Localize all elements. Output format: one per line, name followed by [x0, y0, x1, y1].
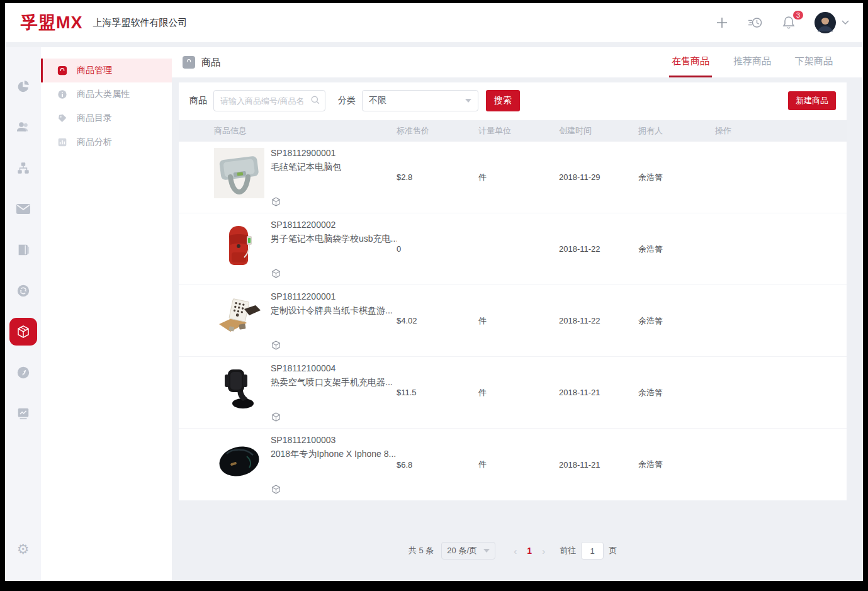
- top-bar: 孚盟MX 上海孚盟软件有限公司 3: [5, 3, 863, 42]
- product-sku: SP18112200001: [271, 291, 397, 301]
- next-page-button[interactable]: ›: [536, 546, 551, 556]
- column-header: 计量单位: [478, 125, 559, 137]
- column-header: 操作: [715, 125, 847, 137]
- product-name[interactable]: 男子笔记本电脑袋学校usb充电...: [271, 234, 397, 245]
- total-count: 共 5 条: [409, 545, 434, 556]
- caret-down-icon: [465, 99, 471, 103]
- nav-org[interactable]: [9, 154, 37, 182]
- mail-icon: [16, 203, 31, 215]
- chevron-down-icon: [842, 20, 849, 25]
- add-button[interactable]: [714, 14, 730, 31]
- product-price: $6.8: [397, 460, 478, 470]
- table-row[interactable]: SP18112200001 定制设计令牌典当纸卡棋盘游... $4.02 件 2…: [179, 285, 847, 357]
- table-header: 商品信息标准售价计量单位创建时间拥有人操作: [179, 120, 847, 142]
- product-image: [214, 291, 264, 342]
- info-icon: [57, 89, 67, 99]
- product-created: 2018-11-29: [559, 172, 638, 182]
- sidebar-item-label: 商品管理: [77, 65, 112, 76]
- nav-reports[interactable]: [9, 400, 37, 427]
- nav-customers[interactable]: [9, 113, 37, 141]
- goto-page-input[interactable]: [581, 542, 604, 560]
- icon-rail: ⚙: [5, 47, 41, 581]
- prev-page-button[interactable]: ‹: [508, 546, 522, 556]
- category-filter-label: 分类: [338, 95, 356, 106]
- nav-mail[interactable]: [9, 195, 37, 223]
- settings-gear-icon: ⚙: [17, 543, 30, 556]
- product-unit: 件: [478, 459, 559, 470]
- product-image: [214, 220, 264, 270]
- product-text: SP18112100004 热卖空气喷口支架手机充电器...: [271, 363, 397, 422]
- user-menu[interactable]: [814, 11, 849, 34]
- package-cube-icon: [271, 196, 281, 207]
- product-owner: 余浩箐: [638, 459, 715, 470]
- nav-documents[interactable]: [9, 236, 37, 264]
- product-owner: 余浩箐: [638, 172, 715, 183]
- tab-2[interactable]: 下架商品: [792, 47, 835, 77]
- product-info-cell: SP18112900001 毛毡笔记本电脑包: [214, 142, 397, 213]
- package-cube-icon: [271, 340, 281, 351]
- product-text: SP18112200002 男子笔记本电脑袋学校usb充电...: [271, 220, 397, 279]
- product-created: 2018-11-22: [559, 316, 638, 325]
- product-search-input[interactable]: [213, 90, 325, 111]
- caret-down-icon: [483, 549, 490, 553]
- product-name[interactable]: 毛毡笔记本电脑包: [271, 162, 397, 173]
- nav-sync[interactable]: [9, 277, 37, 305]
- tab-0[interactable]: 在售商品: [669, 47, 712, 77]
- chart-monitor-icon: [16, 407, 30, 420]
- nav-products[interactable]: [9, 318, 37, 346]
- plus-icon: [716, 16, 728, 29]
- product-sku: SP18112100003: [271, 435, 397, 445]
- content-header: 商品 在售商品推荐商品下架商品: [172, 47, 863, 77]
- new-product-button[interactable]: 新建商品: [788, 91, 836, 110]
- pie-chart-icon: [16, 79, 30, 93]
- product-name[interactable]: 定制设计令牌典当纸卡棋盘游...: [271, 305, 397, 317]
- filter-bar: 商品 分类 不限 搜索 新建商品: [179, 82, 847, 120]
- product-info-cell: SP18112200001 定制设计令牌典当纸卡棋盘游...: [214, 285, 397, 356]
- product-owner: 余浩箐: [638, 315, 715, 327]
- page-size-select[interactable]: 20 条/页: [441, 542, 495, 560]
- column-header: 拥有人: [638, 125, 715, 137]
- product-image: [214, 363, 264, 414]
- company-name: 上海孚盟软件有限公司: [93, 17, 188, 29]
- sidebar-item-3[interactable]: 商品分析: [41, 130, 172, 154]
- nav-explore[interactable]: [9, 359, 37, 386]
- product-price: $11.5: [397, 388, 478, 397]
- sidebar-item-1[interactable]: 商品大类属性: [41, 82, 172, 106]
- product-sku: SP18112900001: [271, 148, 397, 158]
- table-row[interactable]: SP18112200002 男子笔记本电脑袋学校usb充电... 0 2018-…: [179, 213, 847, 285]
- sidebar-item-0[interactable]: 商品管理: [41, 59, 172, 82]
- notifications-button[interactable]: 3: [781, 14, 797, 31]
- search-button[interactable]: 搜索: [486, 90, 520, 111]
- table-row[interactable]: SP18112100003 2018年专为Iphone X Iphone 8..…: [179, 429, 847, 500]
- package-cube-icon: [271, 412, 281, 422]
- page-size-value: 20 条/页: [447, 545, 477, 556]
- sidebar-item-label: 商品大类属性: [77, 89, 130, 100]
- product-section-icon: [183, 56, 195, 69]
- product-image: [214, 435, 264, 485]
- product-unit: 件: [478, 387, 559, 398]
- product-text: SP18112100003 2018年专为Iphone X Iphone 8..…: [271, 435, 397, 495]
- history-button[interactable]: [747, 14, 764, 31]
- shopping-bag-icon: [57, 65, 68, 76]
- table-row[interactable]: SP18112900001 毛毡笔记本电脑包 $2.8 件 2018-11-29…: [179, 142, 847, 213]
- book-icon: [16, 243, 30, 257]
- settings-button[interactable]: ⚙: [9, 536, 37, 563]
- nav-dashboard[interactable]: [9, 72, 37, 100]
- main-area: 商品 在售商品推荐商品下架商品 商品 分类 不限: [172, 47, 863, 581]
- product-owner: 余浩箐: [638, 387, 715, 398]
- package-cube-icon: [271, 484, 281, 495]
- table-row[interactable]: SP18112100004 热卖空气喷口支架手机充电器... $11.5 件 2…: [179, 357, 847, 429]
- current-page[interactable]: 1: [522, 546, 536, 556]
- tab-1[interactable]: 推荐商品: [731, 47, 774, 77]
- product-tabs: 在售商品推荐商品下架商品: [669, 47, 835, 77]
- product-info-cell: SP18112100004 热卖空气喷口支架手机充电器...: [214, 357, 397, 428]
- pagination: 共 5 条 20 条/页 ‹ 1 › 前往 页: [179, 542, 847, 560]
- sidebar-item-2[interactable]: 商品目录: [41, 106, 172, 130]
- category-select[interactable]: 不限: [362, 90, 478, 111]
- product-created: 2018-11-21: [559, 388, 638, 397]
- product-name[interactable]: 热卖空气喷口支架手机充电器...: [271, 377, 397, 388]
- product-name[interactable]: 2018年专为Iphone X Iphone 8...: [271, 449, 397, 460]
- table-body: SP18112900001 毛毡笔记本电脑包 $2.8 件 2018-11-29…: [179, 142, 847, 500]
- page-unit-label: 页: [609, 545, 617, 556]
- product-sku: SP18112200002: [271, 220, 397, 230]
